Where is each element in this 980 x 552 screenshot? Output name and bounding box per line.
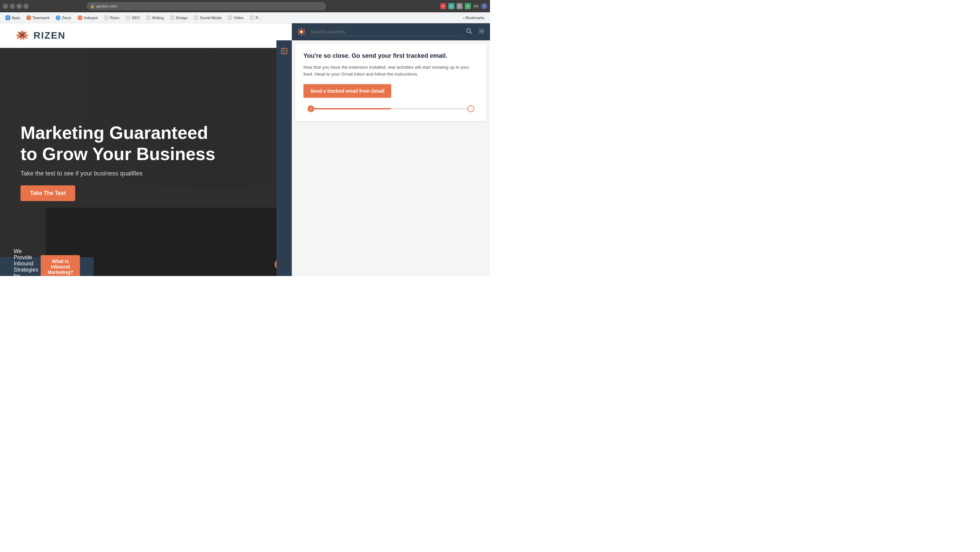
bookmark-video-label: Video (234, 16, 243, 20)
progress-track-container (306, 105, 476, 113)
svg-rect-15 (282, 48, 287, 54)
bottom-bar-text: We Provide Inbound Strategies for Market… (14, 248, 41, 276)
browser-right-icons: ★ G ☰ H 231 J (440, 3, 487, 9)
svg-rect-7 (304, 32, 305, 32)
hubspot-toolbar (292, 23, 490, 40)
svg-line-13 (470, 32, 472, 34)
bookmark-more-label: P... (256, 16, 261, 20)
extension-icon-3[interactable]: ☰ (457, 3, 463, 9)
hubspot-icon: H (78, 15, 82, 20)
take-test-button[interactable]: Take The Test (21, 185, 75, 201)
logo-text: RIZEN (33, 30, 65, 41)
page-wrapper: RIZEN Marketing Guaranteed to Grow Your … (0, 23, 490, 276)
apps-label: Apps (12, 16, 20, 20)
rizen-bm-icon (104, 15, 109, 20)
svg-rect-4 (301, 28, 302, 29)
writing-icon (146, 15, 151, 20)
svg-rect-6 (297, 32, 299, 32)
bookmark-rizen-label: Rizen (110, 16, 119, 20)
hubspot-sprocket-icon (297, 27, 306, 37)
bookmarks-bar: ☷ Apps T Teamwork Z Zerys H Hubspot Rize… (0, 12, 490, 23)
rizen-logo-icon (14, 29, 31, 42)
bookmark-social-label: Social Media (200, 16, 221, 20)
svg-rect-8 (298, 29, 300, 31)
lock-icon: 🔒 (90, 5, 94, 8)
home-button[interactable]: ⌂ (23, 3, 29, 9)
forward-button[interactable]: → (10, 3, 15, 9)
send-tracked-email-button[interactable]: Send a tracked email from Gmail (304, 84, 391, 98)
seo-icon (126, 15, 130, 20)
reload-button[interactable]: ↻ (16, 3, 22, 9)
bookmark-more[interactable]: P... (247, 14, 264, 21)
svg-point-14 (481, 30, 482, 32)
hero-subtitle: Take the test to see if your business qu… (21, 170, 271, 177)
progress-end-dot (468, 105, 474, 112)
bookmark-teamwork[interactable]: T Teamwork (24, 14, 52, 21)
bookmark-seo-label: SEO (132, 16, 140, 20)
svg-rect-10 (298, 33, 300, 35)
profile-icon[interactable]: J (481, 3, 487, 9)
svg-rect-9 (303, 29, 305, 31)
extension-icon-2[interactable]: G (448, 3, 455, 9)
extension-counter[interactable]: 231 (473, 3, 479, 9)
svg-point-3 (301, 31, 302, 33)
bottom-bar: We Provide Inbound Strategies for Market… (0, 257, 94, 276)
other-bookmarks[interactable]: r Bookmarks (461, 15, 487, 21)
more-icon (250, 15, 254, 20)
settings-button[interactable] (477, 27, 486, 37)
bookmark-video[interactable]: Video (225, 14, 246, 21)
bookmark-apps[interactable]: ☷ Apps (3, 14, 23, 21)
hubspot-panel: You're so close. Go send your first trac… (292, 40, 490, 276)
bookmark-seo[interactable]: SEO (123, 14, 143, 21)
other-bookmarks-label: r Bookmarks (463, 16, 485, 20)
bookmark-zerys[interactable]: Z Zerys (53, 14, 74, 21)
zerys-icon: Z (56, 15, 60, 20)
hero-title: Marketing Guaranteed to Grow Your Busine… (21, 122, 226, 165)
bookmark-zerys-label: Zerys (62, 16, 72, 20)
hubspot-card: You're so close. Go send your first trac… (295, 44, 487, 121)
search-button[interactable] (465, 27, 474, 37)
video-icon (228, 15, 232, 20)
browser-controls: ← → ↻ ⌂ (3, 3, 29, 9)
bookmark-design[interactable]: Design (167, 14, 190, 21)
inbound-marketing-button[interactable]: What Is Inbound Marketing? (41, 255, 80, 276)
hubspot-sidebar-toggle[interactable] (277, 40, 292, 276)
svg-rect-11 (303, 33, 305, 35)
hubspot-card-body: Now that you have the extension installe… (304, 64, 478, 77)
site-header: RIZEN (0, 23, 292, 48)
hubspot-logo (296, 26, 307, 37)
progress-track (307, 108, 474, 109)
bookmark-social[interactable]: Social Media (191, 14, 224, 21)
hubspot-card-title: You're so close. Go send your first trac… (304, 52, 478, 60)
website-background: RIZEN Marketing Guaranteed to Grow Your … (0, 23, 292, 276)
site-logo: RIZEN (14, 29, 278, 42)
bookmark-hubspot-label: Hubspot (84, 16, 98, 20)
bookmark-writing-label: Writing (152, 16, 164, 20)
bookmark-hubspot[interactable]: H Hubspot (75, 14, 100, 21)
extension-icon-4[interactable]: H (465, 3, 471, 9)
progress-fill (307, 108, 391, 109)
teamwork-icon: T (26, 15, 31, 20)
svg-rect-5 (301, 34, 302, 36)
bookmark-writing[interactable]: Writing (143, 14, 166, 21)
search-activities-input[interactable] (310, 28, 461, 36)
design-icon (170, 15, 175, 20)
apps-grid-icon: ☷ (5, 15, 10, 20)
bookmark-design-label: Design (176, 16, 188, 20)
back-button[interactable]: ← (3, 3, 8, 9)
sidebar-toggle-icon (280, 47, 288, 55)
url-text: gorizen.com (96, 4, 117, 8)
bookmark-rizen[interactable]: Rizen (101, 14, 123, 21)
social-icon (194, 15, 199, 20)
progress-start-dot (307, 105, 314, 112)
browser-chrome: ← → ↻ ⌂ 🔒 gorizen.com ★ G ☰ H 231 J (0, 0, 490, 12)
address-bar[interactable]: 🔒 gorizen.com (87, 2, 326, 10)
bookmark-teamwork-label: Teamwork (32, 16, 49, 20)
extension-icon-1[interactable]: ★ (440, 3, 446, 9)
hero-section: Marketing Guaranteed to Grow Your Busine… (0, 47, 292, 276)
